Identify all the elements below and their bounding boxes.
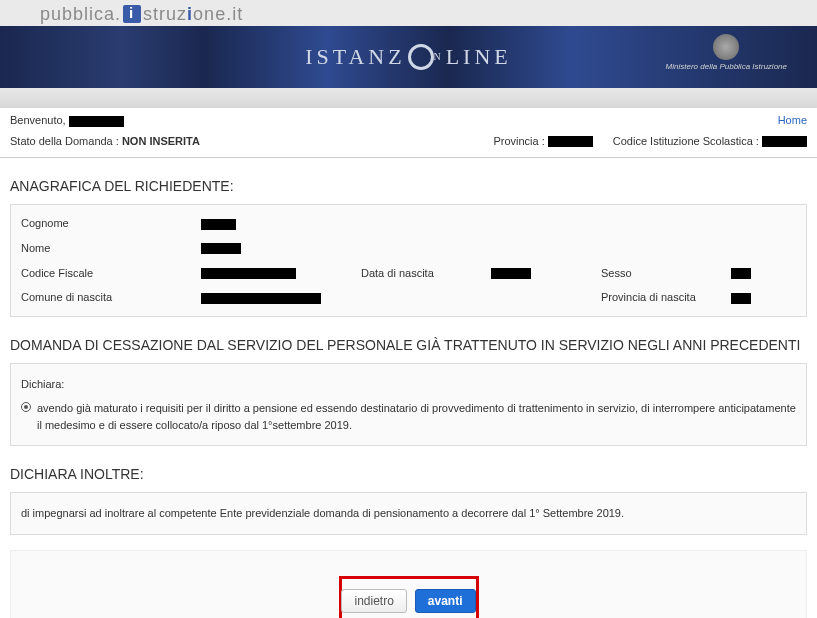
domanda-title: DOMANDA DI CESSAZIONE DAL SERVIZIO DEL P… <box>0 317 817 363</box>
topbar: Benvenuto, Home <box>0 108 817 131</box>
provnasc-value-redacted <box>731 293 751 304</box>
actions-highlight: indietro avanti <box>339 576 479 618</box>
dichiara-option-1[interactable]: avendo già maturato i requisiti per il d… <box>21 400 796 433</box>
emblem-icon <box>713 34 739 60</box>
header-banner: pubblica.struzione.it ISTANZ LINE Minist… <box>0 0 817 108</box>
actions-panel: indietro avanti <box>10 550 807 618</box>
status-bar: Stato della Domanda : NON INSERITA Provi… <box>0 131 817 159</box>
nome-label: Nome <box>21 242 201 254</box>
provincia-value-redacted <box>548 136 593 147</box>
back-button[interactable]: indietro <box>341 589 406 613</box>
domanda-state: Stato della Domanda : NON INSERITA <box>10 135 200 147</box>
provincia-field: Provincia : <box>493 135 592 148</box>
ministry-label: Ministero della Pubblica Istruzione <box>666 62 787 71</box>
dob-label: Data di nascita <box>361 267 491 279</box>
inoltre-title: DICHIARA INOLTRE: <box>0 446 817 492</box>
sesso-label: Sesso <box>601 267 731 279</box>
next-button[interactable]: avanti <box>415 589 476 613</box>
banner-title: ISTANZ LINE <box>305 44 512 70</box>
codice-value-redacted <box>762 136 807 147</box>
nome-value-redacted <box>201 243 241 254</box>
inoltre-panel: di impegnarsi ad inoltrare al competente… <box>10 492 807 535</box>
cognome-label: Cognome <box>21 217 201 229</box>
home-link[interactable]: Home <box>778 114 807 126</box>
cognome-value-redacted <box>201 219 236 230</box>
domanda-panel: Dichiara: avendo già maturato i requisit… <box>10 363 807 447</box>
cf-label: Codice Fiscale <box>21 267 201 279</box>
comune-label: Comune di nascita <box>21 291 201 303</box>
provnasc-label: Provincia di nascita <box>601 291 731 303</box>
banner-bottom-strip <box>0 88 817 108</box>
dichiara-label: Dichiara: <box>21 376 796 393</box>
dob-value-redacted <box>491 268 531 279</box>
comune-value-redacted <box>201 293 321 304</box>
cf-value-redacted <box>201 268 296 279</box>
banner-site-name: pubblica.struzione.it <box>0 0 817 26</box>
banner-main: ISTANZ LINE Ministero della Pubblica Ist… <box>0 26 817 88</box>
anagrafica-panel: Cognome Nome Codice Fiscale Data di nasc… <box>10 204 807 316</box>
welcome-text: Benvenuto, <box>10 114 124 127</box>
anagrafica-title: ANAGRAFICA DEL RICHIEDENTE: <box>0 158 817 204</box>
user-name-redacted <box>69 116 124 127</box>
dichiara-option-1-text: avendo già maturato i requisiti per il d… <box>37 400 796 433</box>
inoltre-text: di impegnarsi ad inoltrare al competente… <box>21 507 624 519</box>
state-value: NON INSERITA <box>122 135 200 147</box>
ministry-emblem: Ministero della Pubblica Istruzione <box>666 34 787 71</box>
radio-icon <box>21 402 31 412</box>
site-logo-text: pubblica.struzione.it <box>40 2 243 25</box>
banner-o-icon <box>408 44 434 70</box>
codice-scolastica-field: Codice Istituzione Scolastica : <box>613 135 807 148</box>
sesso-value-redacted <box>731 268 751 279</box>
